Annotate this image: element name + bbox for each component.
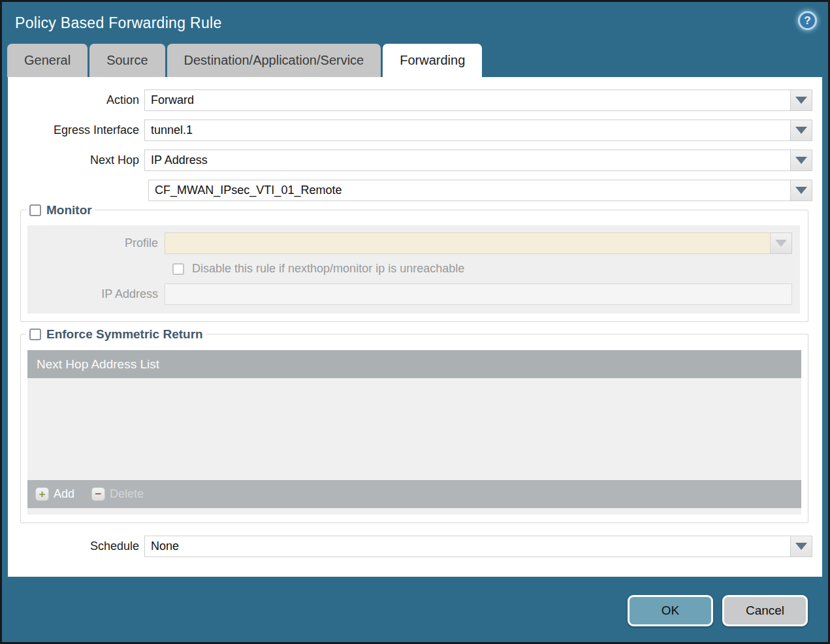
- monitor-legend: Monitor: [26, 203, 95, 217]
- next-hop-address-select[interactable]: CF_MWAN_IPsec_VTI_01_Remote: [148, 180, 791, 201]
- tab-strip: General Source Destination/Application/S…: [2, 44, 828, 77]
- action-select[interactable]: Forward: [144, 89, 791, 111]
- disable-rule-label: Disable this rule if nexthop/monitor ip …: [192, 262, 464, 276]
- cancel-button[interactable]: Cancel: [722, 595, 808, 626]
- next-hop-label: Next Hop: [8, 153, 144, 167]
- egress-interface-select[interactable]: tunnel.1: [144, 120, 791, 141]
- policy-based-forwarding-dialog: Policy Based Forwarding Rule ? General S…: [0, 0, 830, 644]
- tab-forwarding[interactable]: Forwarding: [383, 44, 482, 77]
- monitor-ip-address-input: [165, 283, 792, 305]
- profile-row: Profile: [27, 233, 800, 254]
- schedule-dropdown-button[interactable]: [791, 536, 812, 557]
- tab-source[interactable]: Source: [89, 44, 165, 77]
- ok-button[interactable]: OK: [628, 595, 713, 626]
- next-hop-address-list-header: Next Hop Address List: [27, 350, 801, 378]
- monitor-ip-address-label: IP Address: [27, 287, 165, 301]
- action-row: Action Forward: [8, 89, 822, 111]
- table-bottom-strip: [27, 508, 801, 515]
- minus-icon: −: [91, 487, 105, 501]
- tab-content-forwarding: Action Forward Egress Interface tunnel.1…: [8, 77, 822, 577]
- chevron-down-icon: [795, 157, 807, 164]
- monitor-checkbox[interactable]: [29, 204, 41, 216]
- disable-rule-row: Disable this rule if nexthop/monitor ip …: [172, 262, 800, 276]
- help-icon[interactable]: ?: [798, 11, 817, 30]
- chevron-down-icon: [795, 187, 807, 194]
- profile-select: [165, 233, 771, 254]
- plus-icon: +: [35, 487, 49, 501]
- add-button-label: Add: [54, 487, 74, 501]
- action-dropdown-button[interactable]: [791, 89, 812, 111]
- chevron-down-icon: [775, 240, 787, 247]
- next-hop-address-list-table: Next Hop Address List + Add − Delete: [27, 350, 801, 508]
- next-hop-row: Next Hop IP Address: [8, 150, 822, 171]
- chevron-down-icon: [795, 127, 807, 134]
- profile-dropdown-button: [771, 233, 792, 254]
- next-hop-address-dropdown-button[interactable]: [791, 180, 812, 201]
- egress-interface-row: Egress Interface tunnel.1: [8, 120, 822, 141]
- monitor-group: Monitor Profile Disable this rule if nex…: [20, 210, 808, 322]
- action-label: Action: [8, 93, 144, 107]
- next-hop-select[interactable]: IP Address: [144, 150, 791, 171]
- schedule-label: Schedule: [8, 539, 144, 553]
- next-hop-dropdown-button[interactable]: [791, 150, 812, 171]
- chevron-down-icon: [795, 97, 807, 104]
- tab-general[interactable]: General: [7, 44, 88, 77]
- next-hop-address-row: CF_MWAN_IPsec_VTI_01_Remote: [8, 180, 822, 201]
- add-button[interactable]: + Add: [35, 487, 74, 501]
- delete-button-label: Delete: [110, 487, 144, 501]
- enforce-symmetric-return-legend: Enforce Symmetric Return: [26, 327, 206, 342]
- egress-interface-dropdown-button[interactable]: [791, 120, 812, 141]
- tab-destination-application-service[interactable]: Destination/Application/Service: [167, 44, 381, 77]
- enforce-symmetric-return-checkbox[interactable]: [29, 329, 41, 340]
- schedule-select[interactable]: None: [144, 536, 791, 557]
- profile-label: Profile: [27, 236, 165, 250]
- next-hop-address-list-toolbar: + Add − Delete: [27, 480, 801, 508]
- monitor-panel: Profile Disable this rule if nexthop/mon…: [27, 225, 800, 314]
- egress-interface-label: Egress Interface: [8, 123, 144, 137]
- dialog-title: Policy Based Forwarding Rule: [15, 14, 222, 32]
- chevron-down-icon: [795, 543, 807, 550]
- dialog-titlebar: Policy Based Forwarding Rule ?: [2, 2, 828, 44]
- dialog-footer: OK Cancel: [2, 577, 828, 644]
- schedule-row: Schedule None: [8, 536, 822, 557]
- enforce-symmetric-return-group: Enforce Symmetric Return Next Hop Addres…: [20, 334, 808, 523]
- monitor-ip-address-row: IP Address: [27, 283, 800, 305]
- disable-rule-checkbox: [172, 263, 184, 275]
- enforce-symmetric-return-legend-label: Enforce Symmetric Return: [46, 327, 203, 342]
- delete-button: − Delete: [91, 487, 144, 501]
- next-hop-address-list-body[interactable]: [27, 378, 801, 480]
- monitor-legend-label: Monitor: [46, 203, 92, 217]
